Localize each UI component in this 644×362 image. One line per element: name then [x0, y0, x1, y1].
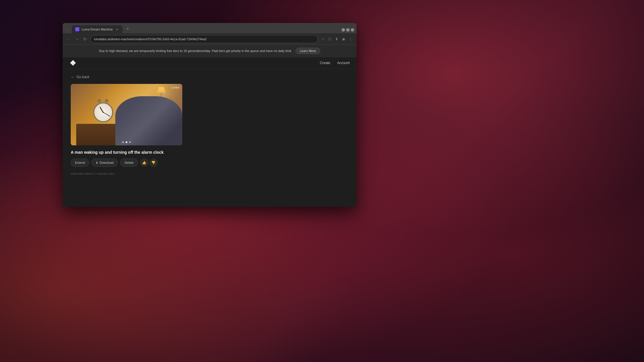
minimize-button[interactable]: ─ — [342, 28, 345, 32]
clock-bells — [97, 99, 109, 102]
menu-icon[interactable]: ⋮ — [348, 36, 353, 42]
progress-dot-1 — [122, 141, 124, 143]
clock-center — [103, 112, 104, 113]
extensions-icon[interactable]: ⬡ — [327, 36, 332, 42]
video-progress-controls — [122, 141, 131, 143]
bookmark-icon[interactable]: ☆ — [320, 36, 325, 42]
feedback-buttons: 👍 👎 — [140, 159, 158, 167]
profile-icon[interactable]: ◉ — [341, 36, 346, 42]
creation-metadata: CREATED ABOUT 2 HOURS AGO — [71, 172, 348, 175]
active-tab[interactable]: Luma Dream Machine ✕ — [72, 25, 122, 33]
browser-window: ‹ Luma Dream Machine ✕ + ─ □ ✕ ← → ↻ lum… — [63, 23, 356, 207]
person-prop — [115, 96, 182, 145]
video-thumbnail: LUMA — [71, 84, 182, 145]
download-button[interactable]: ⬇ Download — [91, 159, 118, 167]
banner-message: Due to high demand, we are temporarily l… — [99, 49, 292, 53]
address-bar: ← → ↻ lumalabs.ai/dream-machine/creation… — [63, 33, 356, 45]
site-logo[interactable] — [70, 59, 76, 66]
video-player[interactable]: LUMA — [71, 84, 182, 145]
page-content: Due to high demand, we are temporarily l… — [63, 45, 356, 207]
back-nav-button[interactable]: ← — [66, 36, 72, 42]
main-content: ← Go back — [63, 69, 356, 207]
download-icon: ⬇ — [96, 161, 98, 164]
video-caption: A man waking up and turning off the alar… — [71, 150, 348, 155]
create-nav-link[interactable]: Create — [320, 61, 330, 65]
download-label: Download — [99, 161, 114, 164]
thumbs-up-button[interactable]: 👍 — [140, 159, 148, 167]
window-controls: ─ □ ✕ — [342, 28, 354, 33]
tab-title: Luma Dream Machine — [82, 28, 113, 31]
thumbs-down-icon: 👎 — [151, 161, 156, 165]
luma-watermark: LUMA — [171, 86, 180, 89]
action-buttons: Extend ⬇ Download Delete 👍 👎 — [71, 159, 348, 167]
learn-more-button[interactable]: Learn More — [296, 48, 320, 54]
thumbs-down-button[interactable]: 👎 — [150, 159, 158, 167]
tab-close-button[interactable]: ✕ — [115, 27, 119, 31]
account-nav-link[interactable]: Account — [337, 61, 350, 65]
url-text: lumalabs.ai/dream-machine/creations/37c8… — [94, 37, 207, 41]
luma-logo-icon — [70, 60, 76, 66]
clock-bell-right — [105, 99, 108, 102]
notification-banner: Due to high demand, we are temporarily l… — [63, 45, 356, 57]
back-arrow-icon: ← — [71, 75, 75, 79]
tab-bar: ‹ Luma Dream Machine ✕ + ─ □ ✕ — [63, 23, 356, 33]
site-navigation: Create Account — [320, 61, 350, 65]
new-tab-button[interactable]: + — [124, 25, 132, 33]
tab-back-arrow-icon[interactable]: ‹ — [65, 27, 70, 32]
forward-nav-button[interactable]: → — [74, 36, 80, 42]
progress-dot-3 — [129, 141, 131, 143]
download-icon[interactable]: ⬇ — [334, 36, 339, 42]
go-back-label: Go back — [76, 75, 89, 79]
alarm-clock-prop — [93, 102, 113, 122]
go-back-link[interactable]: ← Go back — [71, 75, 89, 79]
tab-favicon — [75, 27, 79, 31]
clock-minute-hand — [103, 112, 110, 117]
clock-face — [93, 102, 113, 122]
url-input[interactable]: lumalabs.ai/dream-machine/creations/37c8… — [90, 35, 318, 43]
maximize-button[interactable]: □ — [346, 28, 350, 32]
close-button[interactable]: ✕ — [351, 28, 354, 32]
delete-button[interactable]: Delete — [120, 159, 138, 167]
lamp-shade — [157, 87, 166, 93]
extend-button[interactable]: Extend — [71, 159, 89, 167]
thumbs-up-icon: 👍 — [142, 161, 146, 165]
clock-bell-left — [97, 99, 101, 102]
address-actions: ☆ ⬡ ⬇ ◉ ⋮ — [320, 36, 353, 42]
site-header: Create Account — [63, 57, 356, 69]
tab-left-controls: ‹ — [65, 27, 70, 33]
progress-dot-2 — [126, 141, 127, 143]
reload-button[interactable]: ↻ — [82, 36, 88, 42]
